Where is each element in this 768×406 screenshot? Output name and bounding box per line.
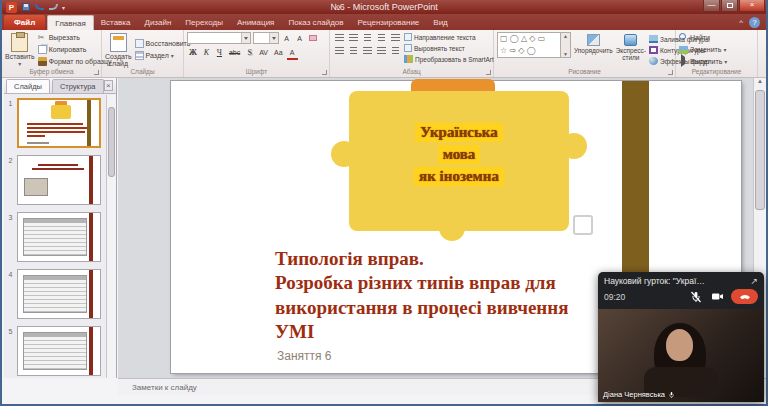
format-painter-button[interactable]: Формат по образцу <box>38 56 112 67</box>
section-button[interactable]: Раздел▾ <box>135 50 191 61</box>
strikethrough-button[interactable]: abc <box>227 46 242 58</box>
bullets-button[interactable] <box>333 32 345 43</box>
replace-label: Заменить <box>690 46 721 53</box>
paste-label: Вставить <box>5 53 35 60</box>
dialog-launcher-icon[interactable] <box>668 70 673 75</box>
justify-button[interactable] <box>375 45 387 56</box>
numbering-button[interactable] <box>347 32 359 43</box>
tab-home[interactable]: Главная <box>47 15 93 30</box>
underline-button[interactable]: Ч <box>214 46 225 58</box>
format-painter-icon <box>38 57 47 66</box>
slide-subtitle[interactable]: Заняття 6 <box>277 349 332 363</box>
undo-button[interactable] <box>34 2 45 12</box>
change-case-button[interactable]: Аа <box>272 46 285 58</box>
participant-video[interactable]: Діана Чернявська <box>598 309 764 402</box>
panel-close-icon[interactable]: × <box>104 80 113 91</box>
align-left-icon <box>335 47 344 55</box>
align-text-button[interactable]: Выровнять текст <box>404 43 494 53</box>
bold-button[interactable]: Ж <box>187 46 199 58</box>
save-button[interactable] <box>20 2 31 12</box>
copy-button[interactable]: Копировать <box>38 44 112 55</box>
cut-button[interactable]: ✂Вырезать <box>38 32 112 43</box>
redo-button[interactable] <box>48 2 59 12</box>
columns-button[interactable] <box>389 45 401 56</box>
text-shadow-button[interactable]: S <box>244 46 255 58</box>
tab-transitions[interactable]: Переходы <box>178 15 230 30</box>
reset-icon <box>135 39 144 48</box>
powerpoint-window: P ▾ №6 - Microsoft PowerPoint — × Файл Г… <box>0 0 768 406</box>
dialog-launcher-icon[interactable] <box>486 70 491 75</box>
slide-thumbnail-5[interactable]: 5 <box>4 326 116 376</box>
font-size-dropdown-icon[interactable] <box>269 33 278 43</box>
font-name-select[interactable] <box>187 32 251 44</box>
arrange-button[interactable]: Упорядочить <box>574 32 613 54</box>
hangup-button[interactable] <box>731 289 758 304</box>
hangup-icon <box>739 293 751 300</box>
section-icon <box>135 51 144 60</box>
align-left-button[interactable] <box>333 45 345 56</box>
shapes-gallery[interactable]: ▢ ◯ △ ◇ ▭ ☆ ⇨ ◇ ◯ ▲ ▼ <box>497 32 571 58</box>
shapes-gallery-scroll[interactable]: ▲ ▼ <box>561 32 571 58</box>
line-spacing-button[interactable] <box>389 32 401 43</box>
italic-button[interactable]: К <box>201 46 212 58</box>
mic-button[interactable] <box>689 291 703 303</box>
group-label-drawing: Рисование <box>497 67 672 77</box>
tab-view[interactable]: Вид <box>426 15 454 30</box>
grow-font-button[interactable]: А <box>281 32 292 44</box>
tab-animations[interactable]: Анимация <box>230 15 282 30</box>
tab-file[interactable]: Файл <box>4 15 45 30</box>
editor-scrollbar-thumb[interactable] <box>755 90 765 210</box>
dialog-launcher-icon[interactable] <box>94 70 99 75</box>
find-button[interactable]: Найти <box>679 32 710 43</box>
shape-outline-icon <box>649 46 658 54</box>
font-size-select[interactable] <box>253 32 279 44</box>
expand-icon[interactable]: ↗ <box>746 276 758 286</box>
slide-thumbnail-1[interactable]: 1 <box>4 98 116 148</box>
slide-thumbnail-2[interactable]: 2 <box>4 155 116 205</box>
smartart-button[interactable]: Преобразовать в SmartArt <box>404 54 494 64</box>
title-bar: P ▾ №6 - Microsoft PowerPoint — × <box>2 0 766 14</box>
align-right-button[interactable] <box>361 45 373 56</box>
tab-review[interactable]: Рецензирование <box>351 15 427 30</box>
select-label: Выделить <box>690 58 722 65</box>
group-font: А А Ж К Ч abc S AV Аа А Шрифт <box>184 30 330 77</box>
panel-scrollbar[interactable] <box>106 95 116 378</box>
align-center-button[interactable] <box>347 45 359 56</box>
shrink-font-button[interactable]: А <box>294 32 305 44</box>
reset-button[interactable]: Восстановить <box>135 38 191 49</box>
collapse-ribbon-icon[interactable]: ^ <box>735 15 747 30</box>
replace-button[interactable]: Заменить▾ <box>679 44 726 55</box>
participant-name: Діана Чернявська <box>603 390 675 399</box>
paste-button[interactable]: Вставить ▾ <box>5 32 35 67</box>
maximize-button[interactable] <box>721 0 738 12</box>
tab-slideshow[interactable]: Показ слайдов <box>281 15 350 30</box>
indent-increase-button[interactable] <box>375 32 387 43</box>
new-slide-button[interactable]: Создать слайд <box>105 32 132 67</box>
help-icon[interactable]: ? <box>749 17 760 28</box>
section-dropdown-icon: ▾ <box>171 52 174 59</box>
slide-number: 1 <box>4 98 17 148</box>
select-button[interactable]: Выделить▾ <box>679 56 727 67</box>
tab-design[interactable]: Дизайн <box>137 15 178 30</box>
font-name-dropdown-icon[interactable] <box>241 33 250 43</box>
font-color-button[interactable]: А <box>287 46 298 58</box>
dialog-launcher-icon[interactable] <box>322 70 327 75</box>
character-spacing-button[interactable]: AV <box>257 46 270 58</box>
panel-tab-slides[interactable]: Слайды <box>6 79 50 93</box>
scroll-up-icon[interactable]: ▲ <box>757 78 763 84</box>
slide-thumbnail-4[interactable]: 4 <box>4 269 116 319</box>
slide-thumbnail-3[interactable]: 3 <box>4 212 116 262</box>
indent-decrease-button[interactable] <box>361 32 373 43</box>
camera-button[interactable] <box>710 291 724 303</box>
panel-scrollbar-thumb[interactable] <box>108 107 115 177</box>
powerpoint-icon[interactable]: P <box>6 2 17 13</box>
ribbon-tab-row: Файл Главная Вставка Дизайн Переходы Ани… <box>2 14 766 30</box>
text-direction-button[interactable]: Направление текста <box>404 32 494 42</box>
panel-tab-outline[interactable]: Структура <box>52 79 104 93</box>
clear-formatting-button[interactable] <box>307 32 319 44</box>
tab-insert[interactable]: Вставка <box>94 15 138 30</box>
indent-increase-icon <box>378 34 385 42</box>
close-button[interactable]: × <box>739 0 765 12</box>
minimize-button[interactable]: — <box>703 0 720 12</box>
quick-styles-button[interactable]: Экспресс-стили <box>616 32 646 61</box>
